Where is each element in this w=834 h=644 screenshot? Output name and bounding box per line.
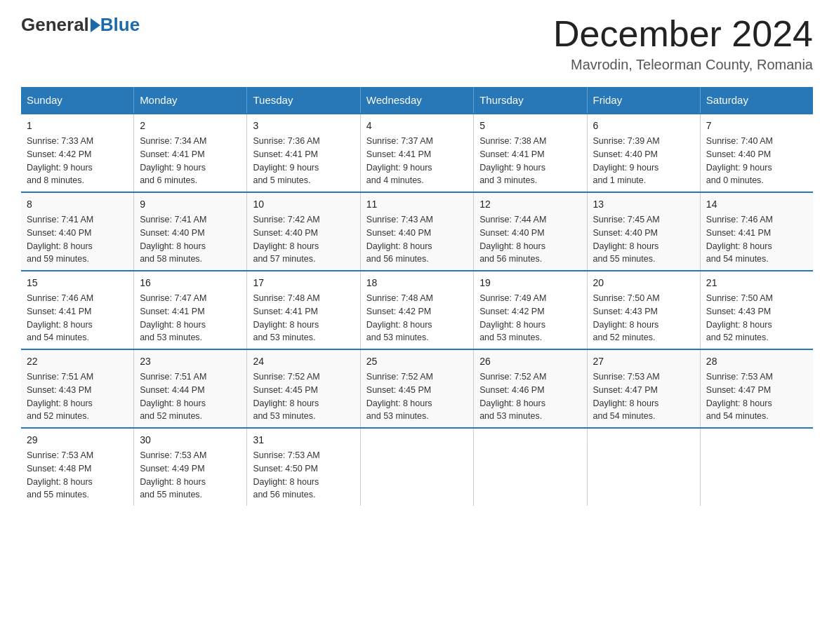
calendar-cell: 28Sunrise: 7:53 AMSunset: 4:47 PMDayligh…: [700, 349, 813, 428]
day-info: Sunrise: 7:49 AMSunset: 4:42 PMDaylight:…: [479, 292, 581, 344]
day-number: 16: [140, 276, 241, 290]
day-number: 23: [140, 354, 241, 369]
day-info: Sunrise: 7:51 AMSunset: 4:44 PMDaylight:…: [140, 370, 241, 423]
day-info: Sunrise: 7:51 AMSunset: 4:43 PMDaylight:…: [27, 370, 128, 423]
calendar-cell: 8Sunrise: 7:41 AMSunset: 4:40 PMDaylight…: [21, 192, 134, 271]
day-number: 24: [253, 354, 354, 369]
day-number: 11: [366, 197, 468, 212]
calendar-cell: [700, 428, 813, 506]
day-info: Sunrise: 7:38 AMSunset: 4:41 PMDaylight:…: [479, 135, 581, 187]
col-header-thursday: Thursday: [474, 87, 587, 114]
calendar-cell: 31Sunrise: 7:53 AMSunset: 4:50 PMDayligh…: [247, 428, 360, 506]
day-info: Sunrise: 7:53 AMSunset: 4:47 PMDaylight:…: [706, 370, 807, 423]
day-number: 29: [27, 433, 128, 448]
day-number: 27: [593, 354, 694, 369]
day-number: 20: [593, 276, 694, 290]
day-number: 4: [366, 119, 468, 133]
calendar-cell: 17Sunrise: 7:48 AMSunset: 4:41 PMDayligh…: [247, 271, 360, 349]
calendar-week-row: 1Sunrise: 7:33 AMSunset: 4:42 PMDaylight…: [21, 114, 813, 192]
calendar-cell: 18Sunrise: 7:48 AMSunset: 4:42 PMDayligh…: [360, 271, 473, 349]
day-number: 10: [253, 197, 354, 212]
day-number: 21: [706, 276, 807, 290]
title-section: December 2024 Mavrodin, Teleorman County…: [553, 14, 813, 73]
day-info: Sunrise: 7:41 AMSunset: 4:40 PMDaylight:…: [27, 213, 128, 266]
day-number: 18: [366, 276, 468, 290]
day-number: 13: [593, 197, 694, 212]
day-number: 7: [706, 119, 807, 133]
calendar-cell: 21Sunrise: 7:50 AMSunset: 4:43 PMDayligh…: [700, 271, 813, 349]
calendar-cell: 11Sunrise: 7:43 AMSunset: 4:40 PMDayligh…: [360, 192, 473, 271]
col-header-sunday: Sunday: [21, 87, 134, 114]
day-number: 12: [479, 197, 581, 212]
calendar-cell: [474, 428, 587, 506]
day-number: 5: [479, 119, 581, 133]
day-number: 9: [140, 197, 241, 212]
logo-arrow-icon: [91, 18, 100, 32]
calendar-cell: 20Sunrise: 7:50 AMSunset: 4:43 PMDayligh…: [587, 271, 700, 349]
month-title: December 2024: [553, 14, 813, 54]
day-info: Sunrise: 7:33 AMSunset: 4:42 PMDaylight:…: [27, 135, 128, 187]
day-info: Sunrise: 7:52 AMSunset: 4:45 PMDaylight:…: [253, 370, 354, 423]
day-info: Sunrise: 7:34 AMSunset: 4:41 PMDaylight:…: [140, 135, 241, 187]
logo-blue-text: Blue: [100, 14, 140, 36]
day-info: Sunrise: 7:37 AMSunset: 4:41 PMDaylight:…: [366, 135, 468, 187]
day-info: Sunrise: 7:40 AMSunset: 4:40 PMDaylight:…: [706, 135, 807, 187]
day-number: 1: [27, 119, 128, 133]
day-number: 2: [140, 119, 241, 133]
day-number: 31: [253, 433, 354, 448]
logo-general-text: General: [21, 14, 89, 36]
calendar-cell: 25Sunrise: 7:52 AMSunset: 4:45 PMDayligh…: [360, 349, 473, 428]
day-info: Sunrise: 7:43 AMSunset: 4:40 PMDaylight:…: [366, 213, 468, 266]
calendar-week-row: 8Sunrise: 7:41 AMSunset: 4:40 PMDaylight…: [21, 192, 813, 271]
day-number: 30: [140, 433, 241, 448]
day-number: 8: [27, 197, 128, 212]
calendar-cell: 24Sunrise: 7:52 AMSunset: 4:45 PMDayligh…: [247, 349, 360, 428]
calendar-cell: [587, 428, 700, 506]
day-number: 22: [27, 354, 128, 369]
day-info: Sunrise: 7:42 AMSunset: 4:40 PMDaylight:…: [253, 213, 354, 266]
calendar-cell: 7Sunrise: 7:40 AMSunset: 4:40 PMDaylight…: [700, 114, 813, 192]
calendar-header-row: SundayMondayTuesdayWednesdayThursdayFrid…: [21, 87, 813, 114]
day-number: 6: [593, 119, 694, 133]
day-info: Sunrise: 7:52 AMSunset: 4:45 PMDaylight:…: [366, 370, 468, 423]
day-info: Sunrise: 7:53 AMSunset: 4:48 PMDaylight:…: [27, 449, 128, 502]
calendar-cell: 22Sunrise: 7:51 AMSunset: 4:43 PMDayligh…: [21, 349, 134, 428]
calendar-cell: 10Sunrise: 7:42 AMSunset: 4:40 PMDayligh…: [247, 192, 360, 271]
calendar-cell: 16Sunrise: 7:47 AMSunset: 4:41 PMDayligh…: [134, 271, 247, 349]
day-info: Sunrise: 7:45 AMSunset: 4:40 PMDaylight:…: [593, 213, 694, 266]
calendar-cell: [360, 428, 473, 506]
day-number: 14: [706, 197, 807, 212]
day-number: 17: [253, 276, 354, 290]
calendar-week-row: 15Sunrise: 7:46 AMSunset: 4:41 PMDayligh…: [21, 271, 813, 349]
day-info: Sunrise: 7:52 AMSunset: 4:46 PMDaylight:…: [479, 370, 581, 423]
page-header: General Blue December 2024 Mavrodin, Tel…: [21, 14, 813, 73]
calendar-cell: 2Sunrise: 7:34 AMSunset: 4:41 PMDaylight…: [134, 114, 247, 192]
calendar-cell: 3Sunrise: 7:36 AMSunset: 4:41 PMDaylight…: [247, 114, 360, 192]
day-info: Sunrise: 7:50 AMSunset: 4:43 PMDaylight:…: [706, 292, 807, 344]
day-info: Sunrise: 7:48 AMSunset: 4:42 PMDaylight:…: [366, 292, 468, 344]
day-info: Sunrise: 7:50 AMSunset: 4:43 PMDaylight:…: [593, 292, 694, 344]
calendar-cell: 13Sunrise: 7:45 AMSunset: 4:40 PMDayligh…: [587, 192, 700, 271]
calendar-cell: 29Sunrise: 7:53 AMSunset: 4:48 PMDayligh…: [21, 428, 134, 506]
day-info: Sunrise: 7:53 AMSunset: 4:47 PMDaylight:…: [593, 370, 694, 423]
day-info: Sunrise: 7:41 AMSunset: 4:40 PMDaylight:…: [140, 213, 241, 266]
day-info: Sunrise: 7:47 AMSunset: 4:41 PMDaylight:…: [140, 292, 241, 344]
day-info: Sunrise: 7:44 AMSunset: 4:40 PMDaylight:…: [479, 213, 581, 266]
col-header-friday: Friday: [587, 87, 700, 114]
calendar-table: SundayMondayTuesdayWednesdayThursdayFrid…: [21, 87, 813, 506]
day-number: 25: [366, 354, 468, 369]
calendar-week-row: 29Sunrise: 7:53 AMSunset: 4:48 PMDayligh…: [21, 428, 813, 506]
logo: General Blue: [21, 14, 140, 36]
calendar-cell: 14Sunrise: 7:46 AMSunset: 4:41 PMDayligh…: [700, 192, 813, 271]
day-number: 28: [706, 354, 807, 369]
calendar-cell: 26Sunrise: 7:52 AMSunset: 4:46 PMDayligh…: [474, 349, 587, 428]
calendar-cell: 9Sunrise: 7:41 AMSunset: 4:40 PMDaylight…: [134, 192, 247, 271]
calendar-cell: 19Sunrise: 7:49 AMSunset: 4:42 PMDayligh…: [474, 271, 587, 349]
day-info: Sunrise: 7:39 AMSunset: 4:40 PMDaylight:…: [593, 135, 694, 187]
calendar-cell: 5Sunrise: 7:38 AMSunset: 4:41 PMDaylight…: [474, 114, 587, 192]
location-text: Mavrodin, Teleorman County, Romania: [553, 57, 813, 73]
col-header-tuesday: Tuesday: [247, 87, 360, 114]
calendar-cell: 1Sunrise: 7:33 AMSunset: 4:42 PMDaylight…: [21, 114, 134, 192]
day-number: 19: [479, 276, 581, 290]
calendar-cell: 23Sunrise: 7:51 AMSunset: 4:44 PMDayligh…: [134, 349, 247, 428]
